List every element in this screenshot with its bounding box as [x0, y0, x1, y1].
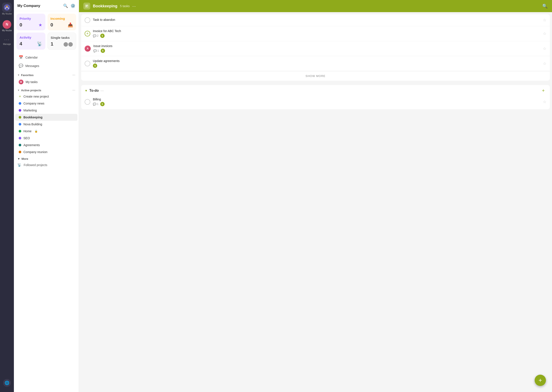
sidebar-item-marketing[interactable]: Marketing — [15, 107, 78, 114]
logo-button[interactable]: My Nozbe — [2, 3, 12, 15]
task-4-star[interactable]: ☆ — [543, 61, 546, 66]
task-2-star[interactable]: ☆ — [543, 31, 546, 36]
incoming-card-count: 0 — [50, 22, 53, 28]
sidebar-item-company-reunion[interactable]: Company reunion — [15, 148, 78, 155]
task-2-content: Invoice for ABC Tech 💬 2 S — [93, 29, 540, 38]
task-5-comments: 💬 1 — [93, 103, 99, 106]
followed-projects-label: Followed projects — [24, 163, 47, 167]
manage-item[interactable]: ··· Manage — [3, 37, 11, 45]
active-projects-arrow-icon: ▼ — [17, 89, 20, 91]
table-row[interactable]: Billing 💬 1 S ☆ — [81, 95, 550, 109]
task-3-star[interactable]: ☆ — [543, 46, 546, 51]
priority-card[interactable]: Priority 0 ★ — [16, 14, 45, 30]
seo-label: SEO — [23, 136, 30, 140]
incoming-card-title: Incoming — [50, 17, 73, 20]
more-label[interactable]: ▼ More — [17, 157, 75, 161]
my-tasks-avatar: M — [19, 80, 23, 84]
sidebar-settings-button[interactable]: ⚙️ — [71, 3, 75, 8]
sidebar-item-company-news[interactable]: Company news — [15, 100, 78, 107]
task-5-comment-icon: 💬 — [93, 103, 96, 106]
dashboard-cards: Priority 0 ★ Incoming 0 📥 Activity 4 📡 S… — [14, 11, 79, 52]
globe-button[interactable]: 🌐 — [3, 379, 11, 387]
sidebar-item-my-tasks[interactable]: M My tasks — [15, 78, 78, 86]
company-news-dot — [19, 102, 21, 105]
marketing-label: Marketing — [23, 109, 37, 112]
task-3-comment-count: 1 — [97, 49, 99, 52]
favorites-more-icon[interactable]: ··· — [72, 73, 75, 77]
app-logo[interactable] — [2, 3, 12, 12]
sidebar-header: My Company 🔍 ⚙️ — [14, 0, 79, 11]
table-row[interactable]: Update agreements S ☆ — [81, 56, 550, 71]
task-5-content: Billing 💬 1 S — [93, 98, 540, 106]
todo-section-title-row: ▼ To-do ··· + — [81, 85, 550, 95]
my-tasks-label: My tasks — [26, 80, 37, 84]
icon-bar: My Nozbe N My Nozbe ··· Manage 🌐 — [0, 0, 14, 392]
my-nozbe-avatar-item[interactable]: N My Nozbe — [2, 20, 12, 32]
todo-collapse-arrow[interactable]: ▼ — [85, 89, 88, 92]
todo-add-button[interactable]: + — [540, 88, 546, 94]
incoming-card[interactable]: Incoming 0 📥 — [48, 14, 76, 30]
header-task-count: 5 tasks — [120, 4, 129, 8]
task-1-content: Task to abandon — [93, 18, 540, 22]
header-project-name: Bookkeeping — [93, 4, 117, 8]
priority-card-count: 0 — [20, 22, 22, 28]
task-1-title: Task to abandon — [93, 18, 540, 21]
svg-point-0 — [4, 4, 10, 11]
task-5-user-badge: S — [100, 102, 105, 106]
user-avatar[interactable]: N — [3, 20, 11, 29]
task-checkbox-1[interactable] — [85, 17, 90, 23]
home-lock-icon: 🔒 — [35, 130, 38, 133]
company-reunion-label: Company reunion — [23, 150, 48, 154]
task-5-comment-count: 1 — [97, 103, 99, 105]
active-projects-more-icon[interactable]: ··· — [72, 88, 75, 92]
task-2-meta: 💬 2 S — [93, 34, 540, 38]
show-more-button[interactable]: SHOW MORE — [81, 71, 550, 81]
sidebar-item-seo[interactable]: SEO — [15, 135, 78, 142]
task-5-star[interactable]: ☆ — [543, 99, 546, 104]
task-3-avatar: A — [85, 46, 91, 52]
task-3-meta: 💬 1 S — [93, 49, 540, 53]
table-row[interactable]: Task to abandon ☆ — [81, 14, 550, 26]
sidebar-item-nova-building[interactable]: Nova Building — [15, 121, 78, 128]
incoming-card-icon: 📥 — [68, 22, 73, 28]
task-2-user-badge: S — [100, 34, 105, 38]
todo-options-icon[interactable]: ··· — [100, 88, 104, 93]
messages-label: Messages — [25, 64, 39, 68]
create-new-project-button[interactable]: + Create new project — [15, 93, 78, 100]
company-name: My Company — [17, 4, 40, 8]
sidebar-item-home[interactable]: Home 🔒 — [15, 128, 78, 135]
header-options-icon[interactable]: ··· — [132, 4, 136, 9]
sidebar-item-followed-projects[interactable]: 📡 Followed projects — [14, 161, 79, 169]
nova-building-dot — [19, 123, 21, 126]
sidebar-item-calendar[interactable]: 📅 Calendar — [15, 53, 78, 62]
sidebar-search-button[interactable]: 🔍 — [63, 3, 68, 8]
header-search-icon[interactable]: 🔍 — [542, 3, 548, 9]
active-projects-label: Active projects — [21, 89, 41, 92]
single-tasks-count: 1 — [51, 41, 53, 47]
task-1-star[interactable]: ☆ — [543, 18, 546, 22]
svg-rect-3 — [86, 5, 88, 6]
task-checkbox-2[interactable]: + — [85, 31, 90, 36]
sidebar-item-agreements[interactable]: Agreements — [15, 142, 78, 148]
sidebar-item-messages[interactable]: 💬 Messages — [15, 62, 78, 70]
task-checkbox-5[interactable] — [85, 99, 90, 105]
single-tasks-title: Single tasks — [51, 36, 73, 39]
task-4-content: Update agreements S — [93, 59, 540, 68]
manage-label: Manage — [3, 43, 11, 45]
task-checkbox-4[interactable] — [85, 61, 90, 66]
active-projects-section-header[interactable]: ▼ Active projects ··· — [14, 86, 79, 93]
task-2-comments: 💬 2 — [93, 34, 99, 37]
svg-point-1 — [6, 6, 7, 7]
add-task-fab[interactable]: + — [535, 375, 546, 386]
seo-dot — [19, 137, 21, 140]
sidebar-item-bookkeeping[interactable]: Bookkeeping — [15, 114, 78, 121]
table-row[interactable]: A Issue invoices 💬 1 S ☆ — [81, 41, 550, 56]
main-content: Bookkeeping 5 tasks ··· 🔍 Task to abando… — [79, 0, 552, 392]
bookkeeping-label: Bookkeeping — [23, 116, 43, 119]
table-row[interactable]: + Invoice for ABC Tech 💬 2 S ☆ — [81, 26, 550, 41]
single-tasks-card[interactable]: Single tasks 1 ⬤⬤ — [48, 33, 76, 50]
task-3-comment-icon: 💬 — [93, 49, 97, 52]
activity-card[interactable]: Activity 4 📡 — [16, 33, 45, 50]
single-tasks-icon: ⬤⬤ — [63, 42, 73, 47]
favorites-section-header[interactable]: ▼ Favorites ··· — [14, 71, 79, 78]
